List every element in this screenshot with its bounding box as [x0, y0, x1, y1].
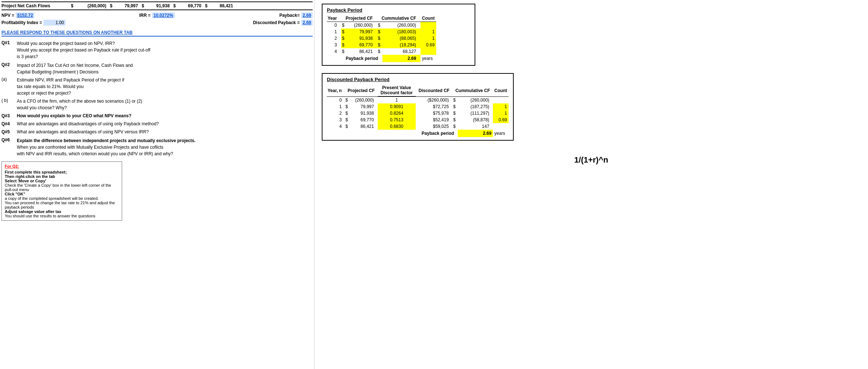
- payback-result-unit: years: [420, 55, 436, 62]
- q4-num: Q#4: [1, 121, 17, 126]
- payback-result-value: 2.69: [382, 55, 420, 62]
- payback-result-row: Payback period 2.69 years: [327, 55, 436, 62]
- npv-value: $152.72: [16, 12, 34, 18]
- disc-cf: 69,770: [349, 117, 377, 123]
- qa-text: Estimate NPV, IRR and Payback Period of …: [17, 77, 124, 96]
- header-val1: (260,000): [73, 3, 106, 8]
- payback-data-row: 1 $ 79,997 $ (180,003) 1: [327, 28, 436, 35]
- instructions-title: For Q2:: [5, 164, 119, 168]
- disc-factor: 0.7513: [378, 117, 416, 123]
- disc-discounted-cf: $59,025: [416, 123, 453, 130]
- payback-year: 4: [327, 48, 341, 55]
- disc-count: 0.69: [493, 117, 509, 123]
- right-panel: Payback Period Year Projected CF Cummula…: [314, 0, 868, 369]
- q3-row: Q#3 How would you explain to your CEO wh…: [1, 113, 313, 118]
- disc-dollar: $: [345, 103, 349, 110]
- q1-num: Q#1: [1, 40, 17, 60]
- disc-payback-data-row: 1 $ 79,997 0.9091 $72,725 $ (187,275) 1: [327, 103, 509, 110]
- payback-dollar: $: [341, 48, 346, 55]
- payback-data-row: 2 $ 91,938 $ (88,065) 1: [327, 35, 436, 42]
- disc-dollar2: $: [452, 103, 457, 110]
- disc-result-label: Payback period: [327, 130, 458, 137]
- q6-row: Q#6 Explain the difference between indep…: [1, 137, 313, 157]
- formula-text: 1/(1+r)^n: [574, 155, 608, 164]
- disc-discounted-cf: $75,978: [416, 110, 453, 117]
- disc-col-count: Count: [493, 84, 509, 96]
- disc-count: [493, 97, 509, 104]
- inst-line6: a copy of the completed spreadsheet will…: [5, 196, 119, 201]
- disc-factor: 1: [378, 97, 416, 104]
- disc-result-value: 2.69: [458, 130, 493, 137]
- disc-payback-value: 2.69: [301, 20, 313, 26]
- header-val5: 86,421: [207, 3, 233, 8]
- disc-year: 2: [327, 110, 345, 117]
- qa-line2: tax rate equals to 21%. Would you: [17, 84, 84, 89]
- disc-col-pv-header: Present Value: [378, 84, 416, 90]
- q4-row: Q#4 What are advantages and disadvantage…: [1, 121, 313, 126]
- qb-text: As a CFO of the firm, which of the above…: [17, 98, 142, 111]
- payback-data-row: 3 $ 69,770 $ (18,294) 0.69: [327, 42, 436, 48]
- qa-line1: Estimate NPV, IRR and Payback Period of …: [17, 77, 124, 83]
- section-title: PLEASE RESPOND TO THESE QUESTIONS ON ANO…: [1, 30, 313, 37]
- disc-cf: 91,938: [349, 110, 377, 117]
- disc-cum-cf: (260,000): [458, 97, 493, 104]
- disc-dollar2: $: [452, 110, 457, 117]
- inst-line9: You should use the results to answer the…: [5, 214, 119, 218]
- q2-line1: Impact of 2017 Tax Cut Act on Net Income…: [17, 63, 133, 68]
- header-dollar4: $: [173, 3, 176, 8]
- payback-cf: 69,770: [346, 42, 377, 48]
- formula-section: 1/(1+r)^n: [322, 155, 861, 165]
- irr-value: 10.0272%: [152, 12, 175, 18]
- profitability-value: 1.00: [44, 20, 65, 26]
- payback-cum-cf: (180,003): [382, 28, 420, 35]
- payback-table: Year Projected CF Cummulative CF Count 0…: [327, 15, 436, 62]
- disc-payback-data-row: 0 $ (260,000) 1 ($260,000) $ (260,000): [327, 97, 509, 104]
- irr-item: IRR = 10.0272%: [139, 12, 175, 18]
- payback-cf: (260,000): [346, 22, 377, 29]
- disc-dollar: $: [345, 97, 349, 104]
- qa-num: (a): [1, 77, 17, 96]
- instructions-box: For Q2: First complete this spreadsheet;…: [1, 161, 122, 221]
- disc-col-year: Year, n: [327, 84, 345, 96]
- payback-count: 1: [420, 35, 436, 42]
- disc-count: 1: [493, 103, 509, 110]
- q2-line2: Capital Budgeting (Investment ) Decision…: [17, 69, 98, 75]
- disc-cum-cf: (111,297): [458, 110, 493, 117]
- disc-payback-table: Year, n Projected CF Present Value Disco…: [327, 84, 509, 137]
- disc-discounted-cf: ($260,000): [416, 97, 453, 104]
- payback-year: 2: [327, 35, 341, 42]
- disc-col-projected: Projected CF: [345, 84, 378, 96]
- payback-dollar2: $: [377, 22, 382, 29]
- disc-dollar2: $: [452, 117, 457, 123]
- header-dollar1: $: [71, 3, 73, 8]
- q1-line2: Would you accept the project based on Pa…: [17, 47, 150, 53]
- col-cumulative-cf: Cummulative CF: [377, 15, 420, 22]
- disc-header-row1: Year, n Projected CF Present Value Disco…: [327, 84, 509, 90]
- inst-line7: You can proceed to change the tax rate t…: [5, 201, 119, 209]
- disc-factor: 0.6830: [378, 123, 416, 130]
- payback-period-section: Payback Period Year Projected CF Cummula…: [322, 4, 475, 66]
- payback-title: Payback Period: [327, 7, 470, 13]
- qb-line2: would you choose? Why?: [17, 105, 67, 110]
- disc-dollar2: $: [452, 97, 457, 104]
- header-val2: 79,997: [112, 3, 138, 8]
- payback-dollar: $: [341, 42, 346, 48]
- project-title: Project Net Cash Flows: [1, 3, 67, 8]
- disc-dollar2: $: [452, 123, 457, 130]
- disc-dollar: $: [345, 123, 349, 130]
- payback-cum-cf: (88,065): [382, 35, 420, 42]
- payback-item: Payback= 2.69: [279, 12, 313, 18]
- q1-line1: Would you accept the project based on NP…: [17, 41, 115, 46]
- qb-num: ( b): [1, 98, 17, 111]
- payback-year: 3: [327, 42, 341, 48]
- payback-cf: 91,938: [346, 35, 377, 42]
- q5-text: What are advantages and disadvantages of…: [17, 129, 149, 134]
- disc-year: 0: [327, 97, 345, 104]
- disc-payback-data-row: 3 $ 69,770 0.7513 $52,419 $ (58,878) 0.6…: [327, 117, 509, 123]
- profitability-row: Profitability Index = 1.00 Discounted Pa…: [1, 20, 313, 26]
- payback-dollar2: $: [377, 35, 382, 42]
- header-val3: 91,938: [144, 3, 170, 8]
- payback-count: 1: [420, 28, 436, 35]
- disc-dollar: $: [345, 117, 349, 123]
- discounted-payback-section: Discounted Payback Period Year, n Projec…: [322, 73, 514, 141]
